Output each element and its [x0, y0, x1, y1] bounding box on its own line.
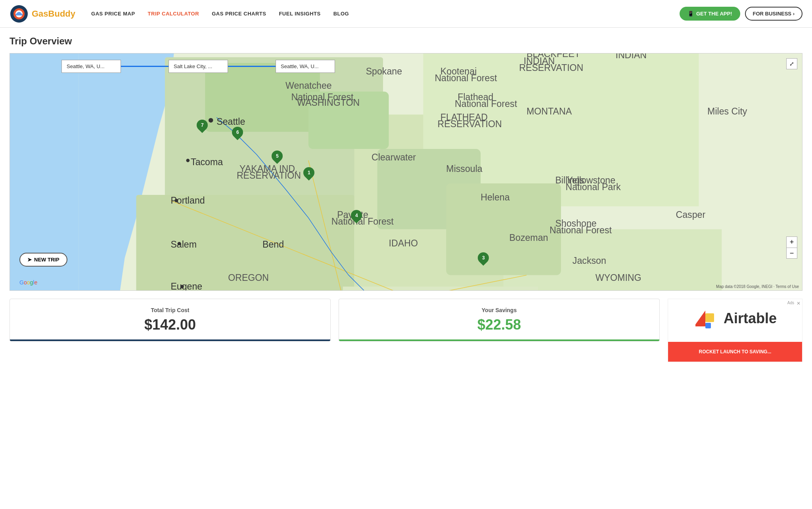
main-nav: GAS PRICE MAP TRIP CALCULATOR GAS PRICE … [91, 11, 680, 17]
total-cost-label: Total Trip Cost [22, 307, 318, 313]
savings-label: Your Savings [351, 307, 647, 313]
total-trip-cost-card: Total Trip Cost $142.00 [10, 299, 331, 341]
svg-rect-11 [343, 287, 538, 290]
svg-text:National Forest: National Forest [291, 92, 354, 102]
ad-cta[interactable]: ROCKET LAUNCH TO SAVING... [668, 342, 802, 362]
gasbuddy-logo-icon [10, 4, 29, 23]
svg-point-19 [209, 118, 213, 123]
route-divider-1 [121, 66, 169, 67]
marker-5[interactable]: 5 [271, 151, 283, 165]
svg-text:MONTANA: MONTANA [527, 106, 572, 116]
svg-text:Miles City: Miles City [707, 106, 747, 116]
marker-7[interactable]: 7 [196, 120, 208, 134]
svg-text:Eugene: Eugene [170, 281, 202, 290]
svg-text:Bend: Bend [262, 239, 284, 250]
map-background: Seattle Tacoma Portland Salem Eugene Med… [10, 53, 802, 290]
your-savings-card: Your Savings $22.58 [339, 299, 660, 341]
svg-text:National Park: National Park [565, 182, 620, 192]
airtable-brand-text: Airtable [724, 310, 777, 327]
svg-text:Salem: Salem [170, 239, 197, 250]
svg-text:Wenatchee: Wenatchee [285, 80, 332, 91]
svg-text:RESERVATION: RESERVATION [237, 170, 301, 181]
header-actions: 📱 GET THE APP! FOR BUSINESS › [680, 7, 802, 21]
svg-text:Helena: Helena [481, 192, 510, 202]
ad-content: Airtable [668, 299, 802, 335]
main-content: Trip Overview [0, 28, 812, 370]
route-divider-2 [228, 66, 276, 67]
zoom-out-button[interactable]: − [786, 248, 797, 259]
marker-4[interactable]: 4 [350, 210, 362, 224]
arrow-icon: ➤ [27, 257, 32, 263]
svg-text:Missoula: Missoula [446, 164, 482, 174]
svg-marker-73 [695, 311, 705, 326]
svg-text:IDAHO: IDAHO [389, 238, 418, 248]
page-title: Trip Overview [10, 36, 802, 47]
marker-3[interactable]: 3 [477, 252, 489, 267]
waypoint-input[interactable]: Salt Lake City, ... [169, 60, 228, 73]
origin-input[interactable]: Seattle, WA, U... [61, 60, 121, 73]
google-logo: Google [19, 279, 37, 286]
nav-blog[interactable]: BLOG [333, 11, 349, 17]
nav-gas-price-map[interactable]: GAS PRICE MAP [91, 11, 135, 17]
logo[interactable]: GasBuddy [10, 4, 75, 23]
svg-rect-74 [705, 313, 714, 322]
map-container[interactable]: Seattle Tacoma Portland Salem Eugene Med… [10, 53, 802, 291]
nav-trip-calculator[interactable]: TRIP CALCULATOR [148, 11, 199, 17]
svg-text:INDIAN: INDIAN [615, 53, 646, 60]
route-bar: Seattle, WA, U... Salt Lake City, ... Se… [61, 60, 793, 73]
fullscreen-icon: ⤢ [789, 61, 794, 67]
svg-point-20 [186, 159, 190, 162]
svg-text:Bozeman: Bozeman [509, 233, 548, 243]
get-app-button[interactable]: 📱 GET THE APP! [680, 7, 740, 21]
svg-text:National Forest: National Forest [435, 73, 497, 83]
total-cost-value: $142.00 [22, 316, 318, 333]
fullscreen-button[interactable]: ⤢ [786, 58, 797, 69]
new-trip-button[interactable]: ➤ NEW TRIP [19, 253, 67, 267]
zoom-in-button[interactable]: + [786, 236, 797, 248]
svg-text:Clearwater: Clearwater [372, 152, 416, 162]
marker-6[interactable]: 6 [232, 127, 243, 141]
ad-close-button[interactable]: ✕ [797, 301, 801, 306]
svg-text:National Forest: National Forest [550, 225, 612, 235]
ad-area: Ads ✕ Airtable ROCKET LAUNCH TO SAVING..… [668, 299, 802, 362]
svg-text:National Forest: National Forest [331, 216, 394, 227]
svg-text:Portland: Portland [170, 195, 205, 206]
marker-1[interactable]: 1 [303, 167, 315, 181]
map-controls: + − [786, 236, 797, 259]
destination-input[interactable]: Seattle, WA, U... [276, 60, 335, 73]
phone-icon: 📱 [688, 11, 694, 17]
bottom-section: Total Trip Cost $142.00 Your Savings $22… [10, 299, 802, 362]
ad-label: Ads [787, 301, 794, 305]
nav-gas-price-charts[interactable]: GAS PRICE CHARTS [212, 11, 266, 17]
svg-text:Tacoma: Tacoma [191, 157, 223, 167]
for-business-button[interactable]: FOR BUSINESS › [745, 7, 802, 21]
svg-text:RESERVATION: RESERVATION [438, 119, 502, 129]
nav-fuel-insights[interactable]: FUEL INSIGHTS [279, 11, 320, 17]
svg-text:WYOMING: WYOMING [596, 273, 642, 283]
svg-text:Jackson: Jackson [573, 255, 606, 266]
header: GasBuddy GAS PRICE MAP TRIP CALCULATOR G… [0, 0, 812, 28]
logo-text: GasBuddy [32, 9, 75, 19]
svg-text:National Forest: National Forest [455, 99, 517, 109]
svg-text:Seattle: Seattle [216, 116, 245, 127]
savings-value: $22.58 [351, 316, 647, 333]
airtable-logo-icon [693, 309, 717, 328]
svg-rect-75 [705, 323, 711, 328]
map-attribution: Map data ©2018 Google, INEGI · Terms of … [716, 284, 799, 289]
svg-text:OREGON: OREGON [228, 273, 269, 283]
svg-text:Casper: Casper [676, 210, 705, 220]
